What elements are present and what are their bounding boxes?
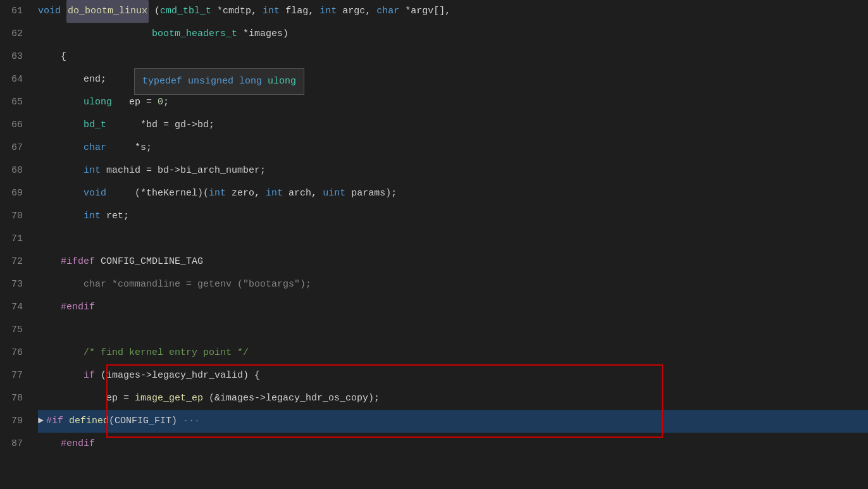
ln-70: 70	[0, 205, 23, 228]
ln-75: 75	[0, 319, 23, 342]
ln-76: 76	[0, 342, 23, 364]
ln-79: 79	[0, 410, 23, 433]
code-line-78: ep = image_get_ep (&images->legacy_hdr_o…	[38, 387, 868, 410]
code-line-68: int machid = bd->bi_arch_number;	[38, 159, 868, 182]
code-line-67: char *s;	[38, 137, 868, 159]
code-line-72: #ifdef CONFIG_CMDLINE_TAG	[38, 251, 868, 273]
code-line-77: if (images->legacy_hdr_valid) {	[38, 364, 868, 387]
code-line-62: bootm_headers_t *images)	[38, 23, 868, 46]
ln-65: 65	[0, 91, 23, 114]
code-line-69: void (*theKernel)( int zero, int arch, u…	[38, 182, 868, 205]
ln-63: 63	[0, 46, 23, 68]
ln-61: 61	[0, 0, 23, 23]
ln-71: 71	[0, 228, 23, 251]
code-line-76: /* find kernel entry point */	[38, 342, 868, 364]
ln-62: 62	[0, 23, 23, 46]
code-line-63: {	[38, 46, 868, 68]
code-line-66: bd_t *bd = gd->bd;	[38, 114, 868, 137]
ln-68: 68	[0, 159, 23, 182]
hover-tooltip: typedef unsigned long ulong	[134, 68, 304, 95]
code-line-70: int ret;	[38, 205, 868, 228]
code-line-87: #endif	[38, 433, 868, 455]
ln-64: 64	[0, 68, 23, 91]
line-numbers: 61 62 63 64 65 66 67 68 69 70 71 72 73 7…	[0, 0, 33, 489]
code-line-73: char *commandline = getenv ( "bootargs" …	[38, 273, 868, 296]
code-line-75	[38, 319, 868, 342]
code-editor: 61 62 63 64 65 66 67 68 69 70 71 72 73 7…	[0, 0, 868, 489]
ln-72: 72	[0, 251, 23, 273]
ln-77: 77	[0, 364, 23, 387]
code-line-79[interactable]: ► #if defined (CONFIG_FIT) ···	[38, 410, 868, 433]
ln-67: 67	[0, 137, 23, 159]
ln-73: 73	[0, 273, 23, 296]
code-line-71	[38, 228, 868, 251]
code-lines: typedef unsigned long ulong void do_boot…	[33, 0, 868, 489]
ln-78: 78	[0, 387, 23, 410]
ln-87: 87	[0, 433, 23, 455]
ln-69: 69	[0, 182, 23, 205]
ln-74: 74	[0, 296, 23, 319]
ln-66: 66	[0, 114, 23, 137]
code-line-61: void do_bootm_linux ( cmd_tbl_t *cmdtp, …	[38, 0, 868, 23]
code-line-74: #endif	[38, 296, 868, 319]
